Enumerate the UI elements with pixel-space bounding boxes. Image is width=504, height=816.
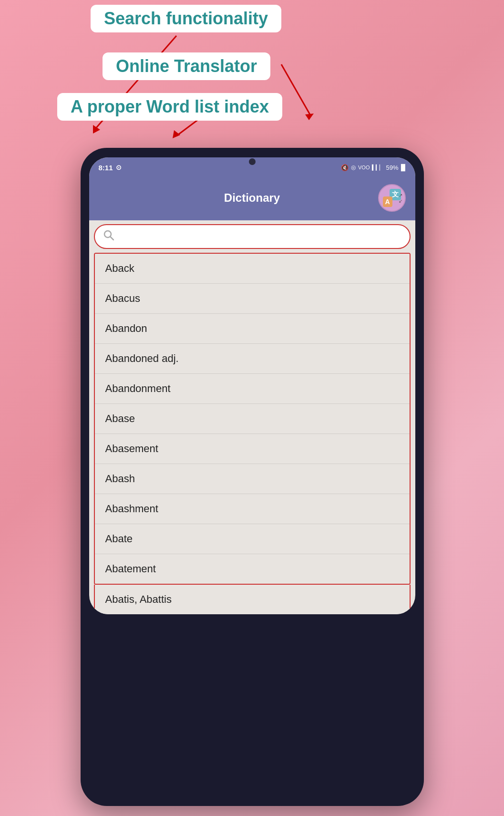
status-time: 8:11 ⊙ — [99, 164, 122, 172]
phone-frame: 8:11 ⊙ 🔇 ◎ VOO ▍▎▏ 59% ▉ Dictionary 文 A — [81, 148, 424, 806]
list-item[interactable]: Abandon — [95, 314, 410, 344]
list-item[interactable]: Abatement — [95, 554, 410, 584]
battery-level: 59% — [386, 164, 398, 171]
search-functionality-label: Search functionality — [91, 5, 281, 32]
status-icons: 🔇 ◎ VOO ▍▎▏ 59% ▉ — [341, 164, 405, 171]
camera-notch — [249, 158, 256, 165]
lte-icon: VOO — [358, 165, 370, 170]
mute-icon: 🔇 — [341, 164, 349, 171]
signal-icon: ▍▎▏ — [372, 165, 383, 171]
battery-icon: ▉ — [401, 164, 406, 171]
list-item[interactable]: Abate — [95, 524, 410, 554]
word-list: Aback Abacus Abandon Abandoned adj. Aban… — [94, 253, 411, 585]
english-icon: A — [383, 196, 392, 207]
list-item[interactable]: Abandonment — [95, 374, 410, 404]
svg-marker-1 — [93, 125, 100, 134]
search-input[interactable] — [120, 232, 401, 242]
svg-marker-3 — [305, 114, 314, 120]
swap-arrows-icon: ↗ ↙ — [399, 193, 402, 204]
list-item[interactable]: Abashment — [95, 494, 410, 524]
phone-screen: 8:11 ⊙ 🔇 ◎ VOO ▍▎▏ 59% ▉ Dictionary 文 A — [89, 157, 415, 614]
list-item[interactable]: Abasement — [95, 434, 410, 464]
wifi-icon: ◎ — [351, 164, 356, 171]
search-icon — [103, 230, 114, 243]
list-item[interactable]: Abandoned adj. — [95, 344, 410, 374]
svg-line-7 — [110, 237, 113, 240]
annotation-area: Search functionality Online Translator A… — [0, 0, 504, 143]
translate-button[interactable]: 文 A ↗ ↙ — [378, 184, 406, 212]
whatsapp-icon: ⊙ — [116, 164, 122, 171]
list-item[interactable]: Abacus — [95, 284, 410, 314]
svg-line-2 — [281, 64, 310, 114]
list-item-partial[interactable]: Abatis, Abattis — [94, 585, 411, 614]
list-item[interactable]: Abash — [95, 464, 410, 494]
online-translator-label: Online Translator — [103, 52, 270, 80]
svg-marker-5 — [173, 130, 180, 138]
list-item[interactable]: Aback — [95, 254, 410, 284]
app-header: Dictionary 文 A ↗ ↙ — [89, 177, 415, 220]
app-title: Dictionary — [126, 191, 378, 205]
list-item[interactable]: Abase — [95, 404, 410, 434]
word-list-index-label: A proper Word list index — [57, 93, 282, 121]
search-bar[interactable] — [94, 224, 411, 249]
